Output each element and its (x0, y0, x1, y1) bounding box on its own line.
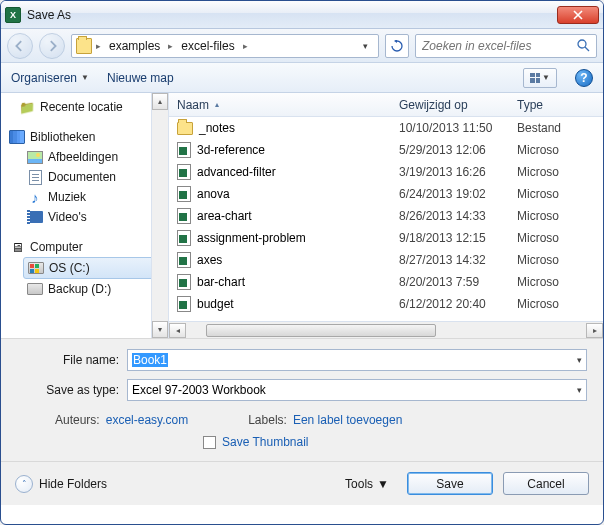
column-modified[interactable]: Gewijzigd op (399, 98, 517, 112)
folder-icon (76, 38, 92, 54)
file-type: Microso (517, 209, 603, 223)
file-row[interactable]: bar-chart8/20/2013 7:59Microso (169, 271, 603, 293)
excel-file-icon (177, 164, 191, 180)
sidebar-recent[interactable]: Recente locatie (5, 97, 168, 117)
file-date: 6/12/2012 20:40 (399, 297, 517, 311)
sort-asc-icon: ▴ (215, 100, 219, 109)
search-box[interactable] (415, 34, 597, 58)
save-as-dialog: Save As ▸ examples ▸ excel-files ▸ ▾ Org… (0, 0, 604, 525)
file-date: 8/26/2013 14:33 (399, 209, 517, 223)
close-button[interactable] (557, 6, 599, 24)
recent-icon (19, 99, 35, 115)
sidebar-libraries[interactable]: Bibliotheken (5, 127, 168, 147)
file-row[interactable]: advanced-filter3/19/2013 16:26Microso (169, 161, 603, 183)
breadcrumb-examples[interactable]: examples (105, 37, 164, 55)
sidebar: Recente locatie Bibliotheken Afbeeldinge… (1, 93, 169, 338)
authors-value[interactable]: excel-easy.com (106, 413, 188, 427)
sidebar-computer[interactable]: Computer (5, 237, 168, 257)
file-date: 8/20/2013 7:59 (399, 275, 517, 289)
excel-file-icon (177, 208, 191, 224)
file-row[interactable]: anova6/24/2013 19:02Microso (169, 183, 603, 205)
save-thumbnail-checkbox[interactable] (203, 436, 216, 449)
file-row[interactable]: area-chart8/26/2013 14:33Microso (169, 205, 603, 227)
chevron-up-icon: ˄ (15, 475, 33, 493)
column-headers: Naam▴ Gewijzigd op Type (169, 93, 603, 117)
sidebar-documents[interactable]: Documenten (5, 167, 168, 187)
breadcrumb-excel-files[interactable]: excel-files (177, 37, 238, 55)
column-name[interactable]: Naam▴ (177, 98, 399, 112)
libraries-icon (9, 130, 25, 144)
file-row[interactable]: budget6/12/2012 20:40Microso (169, 293, 603, 315)
file-type: Microso (517, 231, 603, 245)
search-input[interactable] (422, 39, 577, 53)
help-button[interactable]: ? (575, 69, 593, 87)
save-thumbnail-label: Save Thumbnail (222, 435, 309, 449)
file-name: advanced-filter (197, 165, 276, 179)
forward-button[interactable] (39, 33, 65, 59)
file-type: Bestand (517, 121, 603, 135)
videos-icon (28, 211, 43, 223)
tools-menu[interactable]: Tools▼ (345, 477, 389, 491)
horizontal-scrollbar[interactable]: ◂ ▸ (169, 321, 603, 338)
dropdown-icon[interactable]: ▾ (577, 355, 582, 365)
saveastype-select[interactable]: Excel 97-2003 Workbook▾ (127, 379, 587, 401)
svg-point-0 (578, 40, 586, 48)
computer-icon (9, 239, 25, 255)
file-date: 8/27/2013 14:32 (399, 253, 517, 267)
scroll-left-icon[interactable]: ◂ (169, 323, 186, 338)
sidebar-drive-os[interactable]: OS (C:) (23, 257, 164, 279)
file-row[interactable]: assignment-problem9/18/2013 12:15Microso (169, 227, 603, 249)
view-options-button[interactable]: ▼ (523, 68, 557, 88)
back-button[interactable] (7, 33, 33, 59)
scrollbar-thumb[interactable] (206, 324, 436, 337)
scroll-right-icon[interactable]: ▸ (586, 323, 603, 338)
music-icon (27, 189, 43, 205)
cancel-button[interactable]: Cancel (503, 472, 589, 495)
documents-icon (29, 170, 42, 185)
file-date: 3/19/2013 16:26 (399, 165, 517, 179)
column-type[interactable]: Type (517, 98, 603, 112)
file-date: 10/10/2013 11:50 (399, 121, 517, 135)
file-type: Microso (517, 187, 603, 201)
save-button[interactable]: Save (407, 472, 493, 495)
refresh-button[interactable] (385, 34, 409, 58)
address-bar[interactable]: ▸ examples ▸ excel-files ▸ ▾ (71, 34, 379, 58)
file-date: 6/24/2013 19:02 (399, 187, 517, 201)
sidebar-scrollbar[interactable]: ▴ ▾ (151, 93, 168, 338)
hide-folders-button[interactable]: ˄Hide Folders (15, 475, 107, 493)
organize-menu[interactable]: Organiseren▼ (11, 71, 89, 85)
excel-file-icon (177, 230, 191, 246)
saveastype-label: Save as type: (17, 383, 127, 397)
file-name: bar-chart (197, 275, 245, 289)
excel-file-icon (177, 186, 191, 202)
excel-file-icon (177, 142, 191, 158)
excel-file-icon (177, 296, 191, 312)
scroll-up-icon[interactable]: ▴ (152, 93, 168, 110)
file-date: 9/18/2013 12:15 (399, 231, 517, 245)
file-row[interactable]: 3d-reference5/29/2013 12:06Microso (169, 139, 603, 161)
file-name: _notes (199, 121, 235, 135)
file-list: Naam▴ Gewijzigd op Type _notes10/10/2013… (169, 93, 603, 338)
scroll-down-icon[interactable]: ▾ (152, 321, 168, 338)
file-name: 3d-reference (197, 143, 265, 157)
sidebar-drive-backup[interactable]: Backup (D:) (5, 279, 168, 299)
search-icon (577, 39, 590, 52)
sidebar-videos[interactable]: Video's (5, 207, 168, 227)
address-dropdown[interactable]: ▾ (357, 41, 374, 51)
filename-input[interactable]: Book1▾ (127, 349, 587, 371)
sidebar-pictures[interactable]: Afbeeldingen (5, 147, 168, 167)
file-type: Microso (517, 143, 603, 157)
labels-label: Labels: (248, 413, 287, 427)
labels-value[interactable]: Een label toevoegen (293, 413, 402, 427)
file-name: area-chart (197, 209, 252, 223)
dropdown-icon[interactable]: ▾ (577, 385, 582, 395)
file-row[interactable]: _notes10/10/2013 11:50Bestand (169, 117, 603, 139)
file-type: Microso (517, 275, 603, 289)
file-row[interactable]: axes8/27/2013 14:32Microso (169, 249, 603, 271)
drive-icon (28, 262, 44, 274)
new-folder-button[interactable]: Nieuwe map (107, 71, 174, 85)
footer: ˄Hide Folders Tools▼ Save Cancel (1, 461, 603, 505)
sidebar-music[interactable]: Muziek (5, 187, 168, 207)
toolbar: Organiseren▼ Nieuwe map ▼ ? (1, 63, 603, 93)
excel-file-icon (177, 274, 191, 290)
